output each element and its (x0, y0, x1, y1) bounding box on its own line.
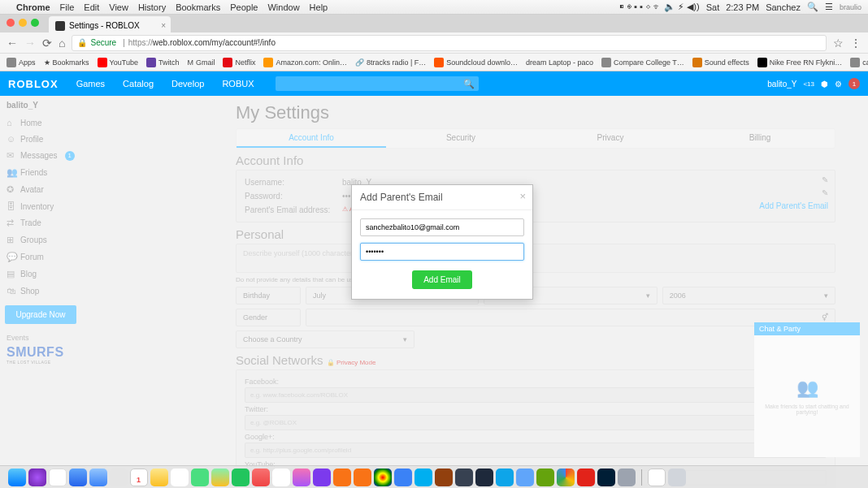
bm-bookmarks[interactable]: ★ Bookmarks (44, 58, 89, 67)
dock-roblox[interactable] (577, 469, 595, 486)
spotlight-icon[interactable]: 🔍 (807, 2, 818, 12)
dock-numbers[interactable] (272, 469, 290, 486)
dock-doc[interactable] (648, 469, 666, 486)
dock-mail[interactable] (89, 469, 107, 486)
add-parent-email-link[interactable]: Add Parent's Email (759, 201, 828, 210)
dock-photos[interactable] (374, 469, 392, 486)
menu-people[interactable]: People (230, 2, 258, 12)
reload-button[interactable]: ⟳ (42, 37, 52, 50)
upgrade-button[interactable]: Upgrade Now (5, 305, 76, 324)
sidebar-item-trade[interactable]: ⇄Trade (0, 214, 81, 231)
back-button[interactable]: ← (7, 37, 18, 50)
sidebar-item-forum[interactable]: 💬Forum (0, 248, 81, 266)
notif-badge[interactable]: 1 (848, 78, 860, 89)
menu-history[interactable]: History (138, 2, 166, 12)
nav-username[interactable]: balito_Y (767, 80, 796, 89)
sidebar-item-friends[interactable]: 👥Friends (0, 164, 81, 181)
birthday-year-select[interactable]: 2006▾ (662, 287, 835, 304)
dock-quicktime[interactable] (455, 469, 473, 486)
edit-password-icon[interactable]: ✎ (822, 188, 828, 197)
parent-email-input[interactable] (360, 218, 524, 236)
sidebar-item-blog[interactable]: ▤Blog (0, 266, 81, 283)
notif-icon[interactable]: ⚙ (835, 80, 842, 89)
dock-chrome[interactable] (557, 469, 575, 486)
nav-develop[interactable]: Develop (171, 79, 204, 89)
address-bar[interactable]: 🔒 Secure | https:// web.roblox.com/my/ac… (72, 35, 827, 51)
nav-robux[interactable]: ROBUX (222, 79, 254, 89)
bm-soundcloud[interactable]: Soundcloud downlo… (434, 58, 518, 67)
dock-maps[interactable] (211, 469, 229, 486)
dock-launchpad[interactable] (49, 469, 67, 486)
event-smurfs[interactable]: SMURFSTHE LOST VILLAGE (0, 345, 81, 365)
bm-twitch[interactable]: Twitch (146, 58, 180, 67)
browser-tab[interactable]: Settings - ROBLOX × (49, 16, 171, 32)
chrome-menu-icon[interactable]: ⋮ (850, 37, 861, 50)
menu-window[interactable]: Window (267, 2, 299, 12)
dock-reminders[interactable] (171, 469, 189, 486)
tab-billing[interactable]: Billing (685, 129, 835, 148)
robux-icon[interactable]: ⬢ (821, 80, 828, 89)
dock-facetime[interactable] (232, 469, 250, 486)
menu-edit[interactable]: Edit (84, 2, 99, 12)
bm-apps[interactable]: Apps (7, 58, 36, 67)
bm-8tracks[interactable]: 🔗 8tracks radio | F… (355, 58, 426, 67)
sidebar-item-profile[interactable]: ☺Profile (0, 131, 81, 147)
menu-view[interactable]: View (109, 2, 128, 12)
dock-contacts[interactable] (110, 469, 128, 486)
chat-header[interactable]: Chat & Party (754, 322, 860, 335)
sidebar-item-shop[interactable]: 🛍Shop (0, 283, 81, 299)
menu-bookmarks[interactable]: Bookmarks (176, 2, 220, 12)
bm-dream[interactable]: dream Laptop - paco (526, 58, 593, 67)
sidebar-item-avatar[interactable]: ✪Avatar (0, 181, 81, 198)
bm-college[interactable]: Compare College T… (601, 58, 684, 67)
sidebar-item-groups[interactable]: ⊞Groups (0, 231, 81, 248)
country-select[interactable]: Choose a Country▾ (236, 330, 414, 348)
app-name[interactable]: Chrome (16, 2, 50, 12)
tab-close-icon[interactable]: × (161, 21, 166, 30)
dock-siri[interactable] (28, 469, 46, 486)
dock-adobe[interactable] (597, 469, 615, 486)
roblox-search[interactable]: 🔍 (276, 76, 479, 91)
bm-gmail[interactable]: M Gmail (187, 58, 215, 67)
bm-amazon[interactable]: Amazon.com: Onlin… (263, 58, 347, 67)
dock-messages[interactable] (191, 469, 209, 486)
roblox-logo[interactable]: ROBLOX (8, 78, 59, 90)
dock-pages[interactable] (354, 469, 371, 486)
social-input[interactable]: e.g. @ROBLOX (245, 415, 827, 430)
menu-file[interactable]: File (60, 2, 75, 12)
dock-prefs[interactable] (618, 469, 636, 486)
bm-sound[interactable]: Sound effects (692, 58, 749, 67)
modal-close-icon[interactable]: × (519, 190, 526, 202)
sidebar-item-home[interactable]: ⌂Home (0, 114, 81, 131)
home-button[interactable]: ⌂ (59, 37, 65, 50)
dock-appstore[interactable] (394, 469, 412, 486)
dock-itunes[interactable] (293, 469, 310, 486)
dock-trash[interactable] (668, 469, 686, 486)
bookmark-star-icon[interactable]: ☆ (833, 37, 844, 50)
dock-calendar[interactable] (130, 469, 148, 486)
dock-photobooth[interactable] (252, 469, 270, 486)
bm-casey[interactable]: casey niestat (850, 58, 868, 67)
nav-catalog[interactable]: Catalog (123, 79, 154, 89)
dock-garageband[interactable] (435, 469, 453, 486)
bm-nike[interactable]: Nike Free RN Flykni… (757, 58, 843, 67)
bm-youtube[interactable]: YouTube (98, 58, 138, 67)
description-textarea[interactable]: Describe yourself (1000 character limit) (236, 244, 835, 273)
tab-security[interactable]: Security (386, 129, 536, 148)
sidebar-item-inventory[interactable]: 🗄Inventory (0, 198, 81, 214)
dock-notes[interactable] (150, 469, 168, 486)
edit-username-icon[interactable]: ✎ (822, 175, 828, 184)
dock-steam[interactable] (475, 469, 493, 486)
window-controls[interactable] (7, 19, 39, 27)
nav-games[interactable]: Games (76, 79, 105, 89)
bm-netflix[interactable]: Netflix (223, 58, 255, 67)
social-input[interactable]: e.g. www.facebook.com/ROBLOX (245, 387, 827, 403)
dock-imovie[interactable] (313, 469, 331, 486)
social-input[interactable]: e.g. http://plus.google.com/profileid (245, 443, 827, 458)
sidebar-item-messages[interactable]: ✉Messages1 (0, 147, 81, 164)
dock-ibooks[interactable] (333, 469, 351, 486)
sidebar-username[interactable]: balito_Y (0, 96, 81, 114)
dock-finder[interactable] (8, 469, 26, 486)
dock-gopro[interactable] (496, 469, 514, 486)
menu-user[interactable]: Sanchez (766, 2, 801, 12)
